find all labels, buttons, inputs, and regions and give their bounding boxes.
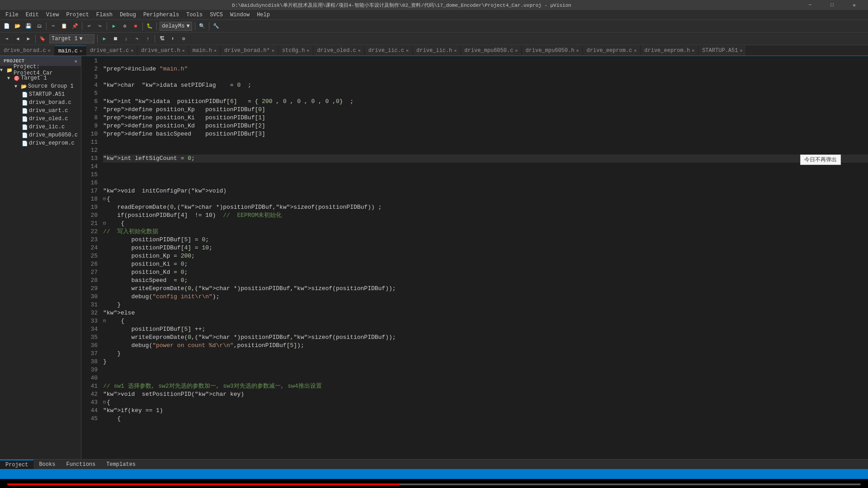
- tab-main_c[interactable]: main.c✕: [55, 46, 86, 56]
- menu-item-project[interactable]: Project: [62, 10, 92, 19]
- cut-button[interactable]: ✂: [48, 21, 58, 31]
- code-line-27: position_Kd = 0;: [103, 268, 868, 277]
- tab-close-icon[interactable]: ✕: [740, 48, 742, 53]
- tab-drive_eeprom_c[interactable]: drive_eeprom.c✕: [583, 46, 641, 56]
- tab-close-icon[interactable]: ✕: [692, 48, 694, 53]
- file-icon: 📄: [22, 92, 29, 98]
- prev-button[interactable]: ◀: [13, 34, 23, 44]
- bottom-tab-functions[interactable]: Functions: [61, 460, 101, 469]
- tab-close-icon[interactable]: ✕: [515, 48, 518, 53]
- sidebar-file-drive_eeprom_c[interactable]: 📄 drive_eeprom.c: [0, 139, 81, 147]
- copy-button[interactable]: 📋: [59, 21, 69, 31]
- tab-close-icon[interactable]: ✕: [131, 48, 133, 53]
- delay-ms-select[interactable]: delayMs ▼: [160, 22, 192, 31]
- undo-button[interactable]: ↩: [84, 21, 94, 31]
- tab-close-icon[interactable]: ✕: [214, 48, 217, 53]
- menu-item-peripherals[interactable]: Peripherals: [140, 10, 183, 19]
- save-all-button[interactable]: 🗂: [34, 21, 44, 31]
- bookmark-button[interactable]: 🔖: [38, 34, 47, 44]
- collapse-btn[interactable]: ⊟: [103, 399, 106, 407]
- sidebar-file-drive_borad_c[interactable]: 📄 drive_borad.c: [0, 99, 81, 107]
- bottom-tab-books[interactable]: Books: [33, 460, 61, 469]
- menu-item-window[interactable]: Window: [226, 10, 253, 19]
- download-button[interactable]: ⬇: [168, 34, 178, 44]
- sidebar-file-drive_oled_c[interactable]: 📄 drive_oled.c: [0, 115, 81, 123]
- tab-close-icon[interactable]: ✕: [80, 48, 82, 54]
- code-line-29: writeEepromDate(0,("kw">char *)positionP…: [103, 285, 868, 293]
- code-line-13: "kw">int leftSigCount = 0;: [103, 155, 868, 163]
- tab-close-icon[interactable]: ✕: [272, 48, 274, 53]
- rebuild-button[interactable]: ⚙: [120, 21, 130, 31]
- collapse-btn[interactable]: ⊟: [103, 195, 106, 203]
- tab-close-icon[interactable]: ✕: [576, 48, 579, 53]
- sidebar-file-drive_iic_c[interactable]: 📄 drive_iic.c: [0, 123, 81, 131]
- tab-drive_uart_c[interactable]: drive_uart.c✕: [86, 46, 137, 56]
- tab-drive_oled_c[interactable]: drive_oled.c✕: [313, 46, 364, 56]
- tab-close-icon[interactable]: ✕: [454, 48, 457, 53]
- stop-build-button[interactable]: ■: [131, 21, 141, 31]
- video-progress-fill: [7, 483, 400, 485]
- new-file-button[interactable]: 📄: [2, 21, 12, 31]
- paste-button[interactable]: 📌: [70, 21, 80, 31]
- target-icon: 🎯: [14, 75, 21, 81]
- open-file-button[interactable]: 📂: [13, 21, 23, 31]
- step-into-button[interactable]: ↓: [121, 34, 131, 44]
- menu-item-file[interactable]: File: [2, 10, 22, 19]
- tab-main_h[interactable]: main.h✕: [189, 46, 221, 56]
- tab-stc8g_h[interactable]: stc8g.h✕: [278, 46, 313, 56]
- tab-drive_mpu6050_h[interactable]: drive_mpu6050.h✕: [522, 46, 583, 56]
- menu-item-help[interactable]: Help: [253, 10, 274, 19]
- tooltip[interactable]: 今日不再弹出: [800, 155, 841, 165]
- target-select[interactable]: Target 1 ▼: [49, 34, 94, 43]
- settings-button[interactable]: ⚙: [179, 34, 189, 44]
- tab-close-icon[interactable]: ✕: [48, 48, 51, 53]
- bottom-tab-project[interactable]: Project: [0, 460, 33, 469]
- sidebar-file-STARTUP_A51[interactable]: 📄 STARTUP.A51: [0, 90, 81, 99]
- video-progress-bar[interactable]: [7, 483, 861, 485]
- tree-source-group[interactable]: ▼ 📂 Source Group 1: [0, 82, 81, 90]
- tab-drive_uart_h[interactable]: drive_uart.h✕: [137, 46, 189, 56]
- close-button[interactable]: ✕: [844, 0, 864, 10]
- tab-drive_mpu6050_c[interactable]: drive_mpu6050.c✕: [461, 46, 522, 56]
- build-button[interactable]: ▶: [109, 21, 119, 31]
- sidebar-file-drive_uart_c[interactable]: 📄 drive_uart.c: [0, 107, 81, 115]
- run-button[interactable]: ▶: [99, 34, 109, 44]
- step-out-button[interactable]: ↑: [143, 34, 153, 44]
- menu-item-edit[interactable]: Edit: [22, 10, 42, 19]
- tab-close-icon[interactable]: ✕: [406, 48, 409, 53]
- menu-item-view[interactable]: View: [42, 10, 63, 19]
- tab-drive_iic_c[interactable]: drive_iic.c✕: [365, 46, 413, 56]
- zoom-button[interactable]: 🔍: [197, 21, 207, 31]
- stop-button[interactable]: ⏹: [110, 34, 120, 44]
- tab-close-icon[interactable]: ✕: [358, 48, 361, 53]
- minimize-button[interactable]: −: [800, 0, 820, 10]
- tab-close-icon[interactable]: ✕: [307, 48, 309, 53]
- target-build-button[interactable]: 🏗: [157, 34, 167, 44]
- tab-drive_borad_c[interactable]: drive_borad.c✕: [0, 46, 55, 56]
- tab-startup_a51[interactable]: STARTUP.A51✕: [698, 46, 746, 56]
- tab-close-icon[interactable]: ✕: [634, 48, 637, 53]
- tab-close-icon[interactable]: ✕: [182, 48, 185, 53]
- tab-drive_eeprom_h[interactable]: drive_eeprom.h✕: [641, 46, 698, 56]
- tree-project-root[interactable]: ▼ 📁 Project: Project4_Car: [0, 66, 81, 74]
- step-over-btn2[interactable]: ↷: [132, 34, 142, 44]
- collapse-btn[interactable]: ⊟: [103, 220, 106, 228]
- next-button[interactable]: ▶: [24, 34, 33, 44]
- menu-item-flash[interactable]: Flash: [93, 10, 116, 19]
- sidebar-close-icon[interactable]: ✕: [74, 58, 77, 64]
- misc-button[interactable]: 🔧: [211, 21, 221, 31]
- debug-button[interactable]: 🐛: [145, 21, 155, 31]
- bottom-tab-templates[interactable]: Templates: [101, 460, 141, 469]
- menu-item-svcs[interactable]: SVCS: [206, 10, 226, 19]
- tab-drive_iic_h[interactable]: drive_iic.h✕: [413, 46, 461, 56]
- tab-drive_borad_h_[interactable]: drive_borad.h*✕: [221, 46, 278, 56]
- collapse-btn[interactable]: ⊟: [103, 317, 106, 325]
- maximize-button[interactable]: □: [822, 0, 842, 10]
- menu-item-debug[interactable]: Debug: [116, 10, 140, 19]
- step-over-button[interactable]: ⇥: [2, 34, 12, 44]
- save-button[interactable]: 💾: [24, 21, 33, 31]
- sidebar-file-drive_mpu6050_c[interactable]: 📄 drive_mpu6050.c: [0, 131, 81, 139]
- menu-item-tools[interactable]: Tools: [183, 10, 206, 19]
- code-content[interactable]: "prep">#include "main.h" "kw">char "kw">…: [99, 56, 868, 459]
- redo-button[interactable]: ↪: [95, 21, 105, 31]
